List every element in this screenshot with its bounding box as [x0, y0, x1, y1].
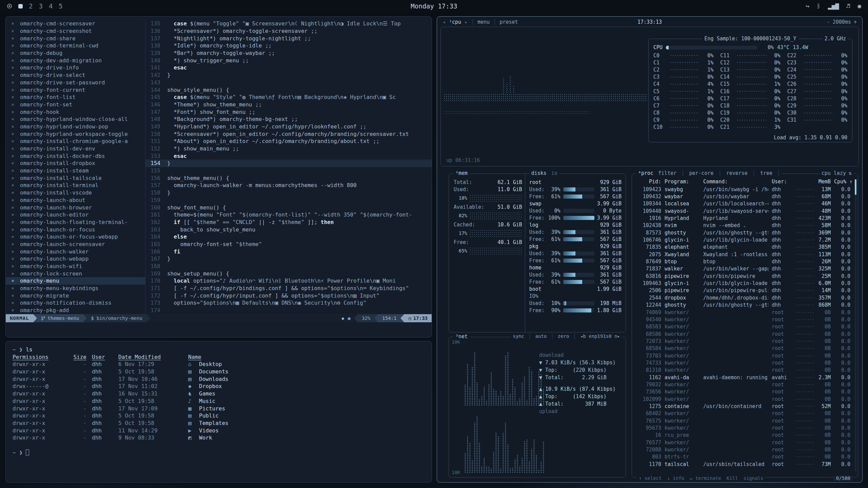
proc-tab-reverse[interactable]: reverse [726, 170, 748, 176]
process-row[interactable]: 87649btopbtopdhh26M0.0 [636, 258, 850, 265]
net-tab-zero[interactable]: zero [558, 333, 569, 339]
workspace-2[interactable]: 2 [29, 2, 33, 10]
volume-icon[interactable]: ♬ [846, 3, 850, 9]
file-item[interactable]: ∗omarchy-install-steam [6, 167, 145, 175]
proc-column-header[interactable]: User: [772, 179, 792, 185]
proc-scrollbar-thumb[interactable] [855, 179, 856, 195]
network-icon[interactable]: ▂▅▇ [828, 3, 839, 9]
process-row[interactable]: 95673kworker/root0B0.0 [636, 424, 850, 431]
shell-prompt-line-2[interactable]: ~ ❯ [13, 449, 432, 456]
file-item[interactable]: ∗omarchy-pkg-add [6, 307, 145, 314]
file-tree[interactable]: ∗omarchy-cmd-screensaver∗omarchy-cmd-scr… [6, 20, 145, 314]
process-row[interactable]: 102438nvimnvim --embed .dhh58M0.0 [636, 222, 850, 229]
net-panel-title[interactable]: ³net [453, 333, 470, 340]
process-row[interactable]: 73656kworker/root0B0.0 [636, 388, 850, 395]
file-item[interactable]: ∗omarchy-font-set [6, 101, 145, 108]
workspace-active-indicator[interactable] [18, 4, 23, 8]
process-row[interactable]: 68584kworker/root0B0.0 [636, 345, 850, 352]
process-row[interactable]: 72073kworker/root0B0.0 [636, 338, 850, 345]
mem-panel-title[interactable]: ²mem [453, 170, 470, 176]
proc-panel-title[interactable]: ⁴proc [638, 170, 653, 176]
process-row[interactable]: 63816pipewire/usr/bin/pipewiredhh25M0.0 [636, 272, 850, 280]
process-row[interactable]: 76575kworker/root0B0.0 [636, 417, 850, 424]
proc-column-header[interactable]: Command: [703, 179, 768, 185]
proc-tab-filter[interactable]: filter [658, 170, 676, 176]
process-row[interactable]: 2075XwaylandXwayland :1 -rootless -dhh11… [636, 251, 850, 258]
interval-decrease-button[interactable]: - [827, 19, 830, 25]
footer-key[interactable]: ↑ select [639, 475, 662, 481]
vim-command-line[interactable] [6, 322, 432, 337]
process-row[interactable]: 71837walker/usr/bin/walker --gappldhh325… [636, 265, 850, 272]
proc-column-header[interactable]: Pid: [636, 179, 661, 185]
process-row[interactable]: 74733kworker/root0B0.0 [636, 359, 850, 366]
process-row[interactable]: 109432waybar/usr/bin/waybardhh68M0.0 [636, 193, 850, 200]
file-item[interactable]: ∗omarchy-dev-add-migration [6, 57, 145, 64]
file-item[interactable]: ∗omarchy-debug [6, 49, 145, 57]
file-item[interactable]: ∗omarchy-launch-about [6, 197, 145, 204]
file-item[interactable]: ∗omarchy-install-dropbox [6, 160, 145, 167]
file-item[interactable]: ∗omarchy-install-dev-env [6, 145, 145, 152]
menu-button[interactable]: menu [477, 19, 490, 25]
workspace-5[interactable]: 5 [59, 2, 62, 10]
file-item[interactable]: ∗omarchy-cmd-screensaver [6, 20, 145, 27]
code-pane[interactable]: 135 case $(menu "Toggle" "▣ Screensaver\… [145, 20, 432, 314]
proc-sort-mode[interactable]: cpu lazy ⇅ [820, 170, 854, 176]
file-item[interactable]: ∗omarchy-launch-webapp [6, 255, 145, 263]
process-row[interactable]: 1170tailscal/usr/sbin/tailscaled --root7… [636, 461, 850, 468]
file-item[interactable]: ∗omarchy-font-list [6, 94, 145, 101]
tab-io[interactable]: io [551, 170, 557, 176]
process-row[interactable]: 87573ghostty/usr/bin/ghostty --gtk-dhh36… [636, 229, 850, 236]
process-row[interactable]: 106746glycin-i/usr/lib/glycin-loadersdhh… [636, 236, 850, 243]
process-row[interactable]: 1162avahi-daavahi-daemon: running [avahi… [636, 374, 850, 381]
file-item[interactable]: ∗omarchy-install-chromium-google-a [6, 138, 145, 145]
proc-tab-per-core[interactable]: per-core [689, 170, 713, 176]
bluetooth-icon[interactable]: ᛒ [817, 3, 821, 9]
file-item[interactable]: ∗omarchy-hook [6, 108, 145, 116]
process-row[interactable]: 68586kworker/root0B0.0 [636, 330, 850, 338]
process-row[interactable]: 803btrfs-trroot0B0.0 [636, 453, 850, 461]
file-item[interactable]: ∗omarchy-launch-walker [6, 248, 145, 255]
power-icon[interactable]: ◉ [857, 3, 861, 9]
terminal-window[interactable]: ~ ❯ ls PermissionsSizeUserDate ModifiedN… [5, 341, 432, 483]
process-row[interactable]: 109440swayosd-/usr/lib/swayosd-serverdhh… [636, 207, 850, 215]
file-item[interactable]: ∗omarchy-hyprland-window-pop [6, 123, 145, 130]
process-row[interactable]: 109423swaybg/usr/bin/swaybg -i /homdhh13… [636, 186, 850, 193]
process-row[interactable]: 109344localsea/usr/lib/localsearch-exdhh… [636, 200, 850, 207]
process-row[interactable]: 2506pipewire/usr/bin/pipewire-pulsedhh14… [636, 287, 850, 294]
next-tab-icon[interactable]: ▸ [465, 19, 468, 25]
prev-tab-icon[interactable]: ◂ [442, 19, 446, 25]
process-row[interactable]: 71835elephantelephantdhh385M0.0 [636, 244, 850, 251]
footer-key[interactable]: ↵ terminate [690, 475, 721, 481]
file-item[interactable]: ∗omarchy-launch-floating-terminal- [6, 219, 145, 226]
file-item[interactable]: ∗omarchy-cmd-screenshot [6, 27, 145, 35]
proc-column-header[interactable]: Program: [665, 179, 700, 185]
tab-disks[interactable]: disks [531, 170, 547, 176]
process-row[interactable]: 102099kworker/root0B0.0 [636, 395, 850, 403]
file-item[interactable]: ∗omarchy-notification-dismiss [6, 299, 145, 307]
net-interface[interactable]: ◂b enp191s0 n▸ [580, 333, 620, 339]
footer-key[interactable]: signals [743, 475, 763, 481]
file-item[interactable]: ∗omarchy-cmd-terminal-cwd [6, 42, 145, 49]
file-item[interactable]: ∗omarchy-install-terminal [6, 182, 145, 189]
file-item[interactable]: ∗omarchy-install-tailscale [6, 174, 145, 182]
file-item[interactable]: ∗omarchy-launch-wifi [6, 263, 145, 270]
file-item[interactable]: ∗omarchy-menu-keybindings [6, 285, 145, 292]
process-row[interactable]: 109463glycin-i/usr/lib/glycin-loadersdhh… [636, 280, 850, 287]
file-item[interactable]: ∗omarchy-lock-screen [6, 270, 145, 277]
file-item[interactable]: ∗omarchy-drive-set-password [6, 79, 145, 86]
file-item[interactable]: ∗omarchy-drive-select [6, 72, 145, 79]
preset-button[interactable]: preset [499, 19, 518, 25]
footer-key[interactable]: ↓ info [667, 475, 684, 481]
file-item[interactable]: ∗omarchy-migrate [6, 292, 145, 299]
process-row[interactable]: 1275containe/usr/bin/containerdroot52M0.… [636, 403, 850, 410]
file-item[interactable]: ∗omarchy-hyprland-workspace-toggle [6, 130, 145, 138]
file-item[interactable]: ∗omarchy-launch-screensaver [6, 241, 145, 248]
process-row[interactable]: 81310kworker/root0B0.0 [636, 367, 850, 374]
logout-icon[interactable]: ↪ [806, 3, 809, 9]
file-item[interactable]: ∗omarchy-install-docker-dbs [6, 152, 145, 160]
file-item[interactable]: ∗omarchy-launch-browser [6, 204, 145, 211]
file-item[interactable]: ∗omarchy-launch-editor [6, 211, 145, 219]
process-row[interactable]: 74869kworker/root0B0.0 [636, 309, 850, 316]
process-row[interactable]: 72088kworker/root0B0.0 [636, 446, 850, 453]
file-item[interactable]: ∗omarchy-install-vscode [6, 189, 145, 197]
